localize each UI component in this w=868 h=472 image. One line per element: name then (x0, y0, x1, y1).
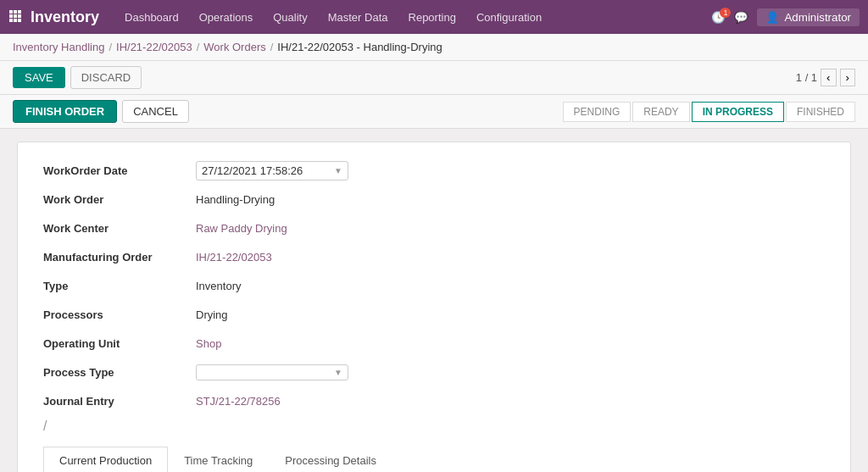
main-nav: Dashboard Operations Quality Master Data… (116, 8, 711, 27)
journal-entry-label: Journal Entry (43, 395, 196, 408)
pager: 1 / 1 ‹ › (796, 69, 855, 86)
action-buttons: FINISH ORDER CANCEL (13, 100, 189, 123)
work-order-date-row: WorkOrder Date 27/12/2021 17:58:26 ▼ (43, 159, 825, 181)
manufacturing-order-row: Manufacturing Order IH/21-22/02053 (43, 246, 825, 268)
breadcrumb-work-orders[interactable]: Work Orders (203, 41, 265, 53)
status-finished[interactable]: FINISHED (786, 102, 855, 122)
operating-unit-link[interactable]: Shop (196, 337, 221, 350)
tab-processing-details[interactable]: Processing Details (269, 447, 392, 472)
processors-row: Processors Drying (43, 303, 825, 325)
svg-rect-0 (9, 10, 13, 14)
work-order-date-label: WorkOrder Date (43, 164, 196, 177)
finish-order-button[interactable]: FINISH ORDER (13, 100, 117, 123)
process-type-label: Process Type (43, 366, 196, 379)
work-center-label: Work Center (43, 222, 196, 235)
app-brand: Inventory (31, 8, 99, 26)
nav-master-data[interactable]: Master Data (320, 8, 397, 27)
work-order-value: Handling-Drying (196, 193, 275, 206)
apps-icon[interactable] (8, 9, 22, 25)
pager-next[interactable]: › (840, 69, 855, 86)
manufacturing-order-link[interactable]: IH/21-22/02053 (196, 251, 272, 264)
nav-right: 🕓 1 💬 👤 Administrator (711, 8, 860, 26)
svg-rect-1 (14, 10, 17, 14)
work-order-date-value: 27/12/2021 17:58:26 (202, 164, 303, 177)
process-type-arrow: ▼ (334, 368, 342, 377)
top-navigation: Inventory Dashboard Operations Quality M… (0, 0, 868, 34)
nav-operations[interactable]: Operations (191, 8, 262, 27)
type-value: Inventory (196, 280, 241, 292)
pager-count: 1 / 1 (796, 71, 817, 84)
user-menu-button[interactable]: 👤 Administrator (757, 8, 860, 26)
tab-current-production[interactable]: Current Production (43, 447, 168, 472)
divider-slash: / (43, 419, 825, 434)
toolbar-row1: SAVE DISCARD 1 / 1 ‹ › (0, 61, 868, 95)
operating-unit-label: Operating Unit (43, 337, 196, 350)
status-pending[interactable]: PENDING (563, 102, 632, 122)
svg-rect-4 (14, 14, 17, 18)
save-button[interactable]: SAVE (13, 67, 65, 88)
user-name: Administrator (784, 11, 851, 24)
status-bar: PENDING READY IN PROGRESS FINISHED (563, 102, 855, 122)
journal-entry-row: Journal Entry STJ/21-22/78256 (43, 390, 825, 412)
breadcrumb-ih-number[interactable]: IH/21-22/02053 (116, 41, 192, 53)
discard-button[interactable]: DISCARD (70, 66, 142, 89)
work-order-date-input[interactable]: 27/12/2021 17:58:26 ▼ (196, 161, 348, 180)
notification-button[interactable]: 🕓 1 (711, 11, 726, 24)
breadcrumb-current: IH/21-22/02053 - Handling-Drying (277, 41, 442, 53)
nav-reporting[interactable]: Reporting (400, 8, 465, 27)
status-ready[interactable]: READY (632, 102, 689, 122)
svg-rect-2 (18, 10, 21, 14)
work-order-label: Work Order (43, 193, 196, 206)
svg-rect-8 (18, 19, 21, 22)
notification-badge: 1 (720, 8, 731, 18)
date-dropdown-arrow: ▼ (334, 166, 342, 175)
nav-dashboard[interactable]: Dashboard (116, 8, 187, 27)
journal-entry-link[interactable]: STJ/21-22/78256 (196, 395, 281, 408)
user-avatar-icon: 👤 (765, 11, 780, 24)
breadcrumb-inventory-handling[interactable]: Inventory Handling (13, 41, 104, 53)
chat-button[interactable]: 💬 (734, 11, 748, 24)
work-center-row: Work Center Raw Paddy Drying (43, 217, 825, 239)
breadcrumb: Inventory Handling / IH/21-22/02053 / Wo… (0, 34, 868, 61)
cancel-button[interactable]: CANCEL (122, 100, 189, 123)
svg-rect-7 (14, 19, 17, 22)
nav-configuration[interactable]: Configuration (468, 8, 550, 27)
tab-time-tracking[interactable]: Time Tracking (168, 447, 269, 472)
work-center-link[interactable]: Raw Paddy Drying (196, 222, 287, 235)
nav-quality[interactable]: Quality (264, 8, 315, 27)
processors-label: Processors (43, 308, 196, 321)
process-type-select[interactable]: ▼ (196, 364, 348, 380)
processors-value: Drying (196, 308, 228, 321)
operating-unit-row: Operating Unit Shop (43, 332, 825, 354)
manufacturing-order-label: Manufacturing Order (43, 251, 196, 264)
form-card: WorkOrder Date 27/12/2021 17:58:26 ▼ Wor… (17, 142, 851, 472)
svg-rect-3 (9, 14, 13, 18)
main-content: WorkOrder Date 27/12/2021 17:58:26 ▼ Wor… (0, 129, 868, 472)
pager-prev[interactable]: ‹ (821, 69, 836, 86)
status-in-progress[interactable]: IN PROGRESS (692, 102, 784, 122)
process-type-row: Process Type ▼ (43, 361, 825, 383)
svg-rect-6 (9, 19, 13, 22)
form-tabs: Current Production Time Tracking Process… (43, 447, 825, 472)
svg-rect-5 (18, 14, 21, 18)
work-order-row: Work Order Handling-Drying (43, 188, 825, 210)
toolbar-row2: FINISH ORDER CANCEL PENDING READY IN PRO… (0, 95, 868, 129)
type-row: Type Inventory (43, 275, 825, 297)
type-label: Type (43, 280, 196, 292)
